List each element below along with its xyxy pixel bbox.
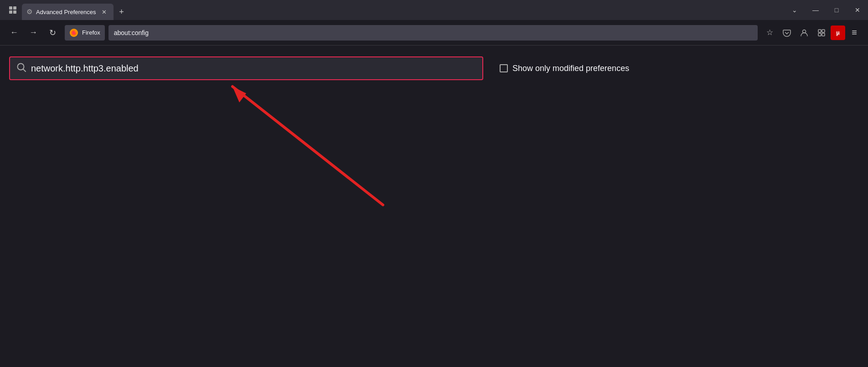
identity-label: Firefox xyxy=(82,29,100,36)
identity-box[interactable]: Firefox xyxy=(65,25,105,41)
tab-close-button[interactable]: ✕ xyxy=(100,7,109,16)
minimize-button[interactable]: — xyxy=(805,0,826,20)
search-input[interactable] xyxy=(31,63,476,74)
menu-button[interactable]: ≡ xyxy=(846,25,863,41)
tab-title: Advanced Preferences xyxy=(36,9,96,15)
maximize-button[interactable]: □ xyxy=(826,0,847,20)
main-content: Show only modified preferences xyxy=(0,46,868,367)
account-button[interactable] xyxy=(796,25,812,41)
search-box xyxy=(9,56,483,80)
url-bar[interactable]: about:config xyxy=(108,25,758,41)
nav-bar: ← → ↻ Firefox about:config ☆ xyxy=(0,20,868,46)
forward-button[interactable]: → xyxy=(25,24,42,41)
nav-icons: ☆ μ ≡ xyxy=(761,25,863,41)
close-button[interactable]: ✕ xyxy=(847,0,868,20)
svg-rect-0 xyxy=(9,6,12,10)
search-row: Show only modified preferences xyxy=(9,56,859,80)
svg-line-13 xyxy=(23,69,26,71)
ublock-label: μ xyxy=(836,29,840,36)
svg-rect-3 xyxy=(13,10,16,14)
window-icon xyxy=(4,0,22,20)
title-bar-controls: ⌄ — □ ✕ xyxy=(784,0,868,20)
tab-bar: ⚙ Advanced Preferences ✕ + xyxy=(22,0,403,20)
ublock-button[interactable]: μ xyxy=(831,25,845,40)
active-tab[interactable]: ⚙ Advanced Preferences ✕ xyxy=(22,4,114,20)
new-tab-button[interactable]: + xyxy=(114,4,130,20)
svg-rect-8 xyxy=(818,30,821,32)
bookmark-button[interactable]: ☆ xyxy=(761,25,778,41)
svg-rect-2 xyxy=(9,10,12,14)
firefox-logo-icon xyxy=(69,28,78,37)
arrow-annotation xyxy=(210,68,401,216)
svg-rect-1 xyxy=(13,6,16,10)
show-modified-container: Show only modified preferences xyxy=(500,64,629,73)
svg-rect-10 xyxy=(818,33,821,36)
pocket-button[interactable] xyxy=(779,25,795,41)
show-modified-checkbox[interactable] xyxy=(500,64,508,72)
url-text: about:config xyxy=(114,29,149,36)
extension-icon xyxy=(817,28,826,37)
tab-gear-icon: ⚙ xyxy=(26,8,32,16)
svg-line-14 xyxy=(232,87,383,205)
extension-button[interactable] xyxy=(813,25,830,41)
svg-rect-9 xyxy=(822,30,825,32)
title-bar: ⚙ Advanced Preferences ✕ + ⌄ — □ ✕ xyxy=(0,0,868,20)
back-button[interactable]: ← xyxy=(5,24,23,41)
svg-marker-15 xyxy=(232,87,246,102)
account-icon xyxy=(800,28,809,37)
pocket-icon xyxy=(782,28,791,37)
annotation-arrow-icon xyxy=(210,68,401,214)
search-icon xyxy=(16,62,26,75)
show-modified-label: Show only modified preferences xyxy=(512,64,629,73)
tab-list-button[interactable]: ⌄ xyxy=(784,0,805,20)
reload-button[interactable]: ↻ xyxy=(44,24,61,41)
svg-rect-11 xyxy=(822,33,825,36)
